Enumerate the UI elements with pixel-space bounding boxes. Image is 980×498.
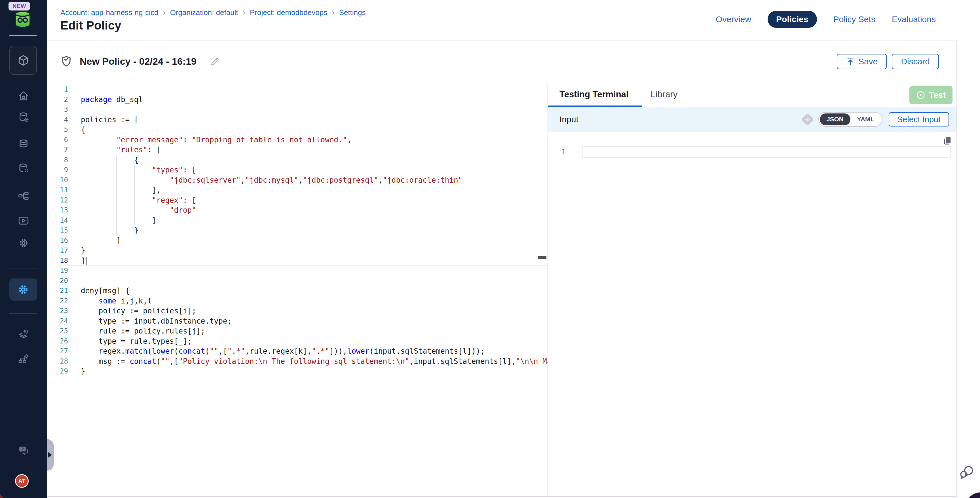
code-line[interactable]: rule := policy.rules[j]; bbox=[68, 326, 547, 336]
policy-name: New Policy - 02/24 - 16:19 bbox=[80, 56, 197, 67]
sidebar-item-project-settings-selected[interactable] bbox=[10, 278, 37, 301]
sidebar-item-database-settings[interactable] bbox=[0, 111, 47, 123]
testing-panel-tabs: Testing Terminal Library Test bbox=[548, 82, 956, 107]
breadcrumb-separator: › bbox=[163, 8, 165, 17]
indent-guide bbox=[134, 185, 135, 196]
nav-item-evaluations[interactable]: Evaluations bbox=[892, 14, 936, 24]
breadcrumb-separator: › bbox=[332, 8, 334, 17]
code-line[interactable]: "jdbc:sqlserver","jdbc:mysql","jdbc:post… bbox=[68, 175, 547, 186]
line-number: 10 bbox=[47, 175, 68, 186]
line-number: 21 bbox=[47, 286, 68, 296]
breadcrumb-item[interactable]: Account: app-harness-ng-cicd bbox=[60, 8, 158, 17]
code-line[interactable]: "types": [ bbox=[68, 165, 547, 175]
code-line[interactable] bbox=[68, 84, 547, 95]
chat-widget-blob[interactable] bbox=[965, 492, 980, 498]
nav-item-policies[interactable]: Policies bbox=[768, 11, 817, 28]
code-line[interactable] bbox=[68, 276, 547, 286]
code-line[interactable]: type = rule.types[_]; bbox=[68, 336, 547, 347]
test-input-field[interactable] bbox=[582, 146, 951, 158]
code-line[interactable]: "rules": [ bbox=[68, 145, 547, 155]
new-badge: NEW bbox=[8, 2, 30, 11]
database-gear-icon bbox=[18, 111, 30, 123]
test-button[interactable]: Test bbox=[909, 86, 953, 104]
indent-guide bbox=[134, 165, 135, 175]
video-play-icon bbox=[18, 215, 30, 227]
code-line[interactable]: package db_sql bbox=[68, 95, 547, 105]
indent-guide bbox=[116, 175, 117, 186]
code-line[interactable]: type := input.dbInstance.type; bbox=[68, 316, 547, 326]
code-line[interactable]: policy := policies[i]; bbox=[68, 306, 547, 316]
sidebar-item-account-settings[interactable] bbox=[0, 353, 47, 365]
indent-guide bbox=[134, 196, 135, 205]
code-line[interactable]: { bbox=[68, 125, 547, 135]
code-line[interactable]: "drop" bbox=[68, 205, 547, 216]
line-number: 11 bbox=[47, 185, 68, 196]
line-number: 13 bbox=[47, 205, 68, 216]
user-avatar[interactable]: AT bbox=[15, 474, 29, 488]
code-line[interactable]: ] bbox=[68, 256, 547, 266]
line-number: 29 bbox=[47, 366, 68, 377]
code-line[interactable] bbox=[68, 105, 547, 115]
nav-item-policy-sets[interactable]: Policy Sets bbox=[834, 14, 875, 24]
code-line[interactable]: policies := [ bbox=[68, 115, 547, 125]
select-input-button[interactable]: Select Input bbox=[889, 112, 949, 126]
edit-pencil-icon[interactable] bbox=[210, 56, 220, 67]
nav-item-overview[interactable]: Overview bbox=[716, 14, 751, 24]
policy-code-editor[interactable]: 1234567891011121314151617181920212223242… bbox=[47, 82, 548, 496]
format-option-yaml[interactable]: YAML bbox=[850, 113, 881, 125]
code-line[interactable]: deny[msg] { bbox=[68, 286, 547, 296]
code-line[interactable]: ] bbox=[68, 216, 547, 226]
format-option-json[interactable]: JSON bbox=[820, 113, 850, 125]
harness-database-devops-logo-icon[interactable] bbox=[14, 11, 32, 28]
help-chat-icon: ? bbox=[18, 444, 30, 456]
sidebar-item-database-schemas[interactable] bbox=[0, 162, 47, 174]
indent-guide bbox=[99, 165, 99, 175]
breadcrumb-item[interactable]: Settings bbox=[339, 8, 366, 17]
sidebar-item-org-settings[interactable] bbox=[0, 328, 47, 340]
code-line[interactable]: } bbox=[68, 366, 547, 377]
code-line[interactable]: } bbox=[68, 226, 547, 235]
svg-text:?: ? bbox=[21, 447, 24, 451]
code-line[interactable] bbox=[68, 266, 547, 276]
sidebar-item-pipelines[interactable] bbox=[0, 191, 47, 202]
database-dots-icon bbox=[18, 162, 30, 174]
indent-guide bbox=[116, 226, 117, 235]
copy-icon[interactable] bbox=[942, 135, 953, 146]
code-line[interactable]: ], bbox=[68, 185, 547, 196]
line-number: 6 bbox=[47, 135, 68, 145]
code-line[interactable]: "error_message": "Dropping of table is n… bbox=[68, 135, 547, 145]
sidebar-item-home[interactable] bbox=[0, 90, 47, 102]
testing-panel: Testing Terminal Library Test Input </> bbox=[548, 82, 956, 496]
input-header-row: Input </> JSON YAML Select Input bbox=[548, 107, 956, 132]
code-line[interactable]: msg := concat("",["Policy violation:\n T… bbox=[68, 356, 547, 367]
upload-icon bbox=[846, 57, 855, 66]
sidebar-item-database-instances[interactable] bbox=[0, 139, 47, 151]
database-stack-icon bbox=[18, 139, 30, 151]
breadcrumb-item[interactable]: Project: demodbdevops bbox=[250, 8, 327, 17]
breadcrumb-item[interactable]: Organization: default bbox=[170, 8, 238, 17]
editor-code[interactable]: package db_sqlpolicies := [{ "error_mess… bbox=[68, 84, 547, 377]
code-line[interactable]: regex.match(lower(concat("",[".*",rule.r… bbox=[68, 346, 547, 356]
code-line[interactable]: } bbox=[68, 246, 547, 256]
sidebar-expand-handle[interactable] bbox=[47, 439, 54, 471]
policy-header: New Policy - 02/24 - 16:19 Save Discard bbox=[47, 41, 956, 82]
code-line[interactable]: "regex": [ bbox=[68, 196, 547, 205]
code-line[interactable]: ] bbox=[68, 235, 547, 246]
play-circle-icon bbox=[916, 90, 926, 100]
sidebar-item-configuration[interactable] bbox=[0, 237, 47, 249]
module-selector-button[interactable] bbox=[10, 46, 37, 75]
sidebar-item-executions[interactable] bbox=[0, 215, 47, 227]
save-button[interactable]: Save bbox=[837, 54, 887, 69]
line-number: 5 bbox=[47, 125, 68, 135]
code-line[interactable]: { bbox=[68, 155, 547, 165]
sidebar-item-help[interactable]: ? bbox=[0, 444, 47, 456]
code-line[interactable]: some i,j,k,l bbox=[68, 296, 547, 306]
tab-library[interactable]: Library bbox=[651, 82, 678, 107]
sidebar-logo-divider bbox=[9, 35, 37, 36]
tab-testing-terminal[interactable]: Testing Terminal bbox=[560, 82, 628, 107]
indent-guide bbox=[116, 155, 117, 165]
indent-guide bbox=[99, 196, 99, 205]
chat-bubbles-icon[interactable] bbox=[959, 464, 975, 480]
indent-guide bbox=[134, 175, 135, 186]
discard-button[interactable]: Discard bbox=[892, 54, 939, 69]
